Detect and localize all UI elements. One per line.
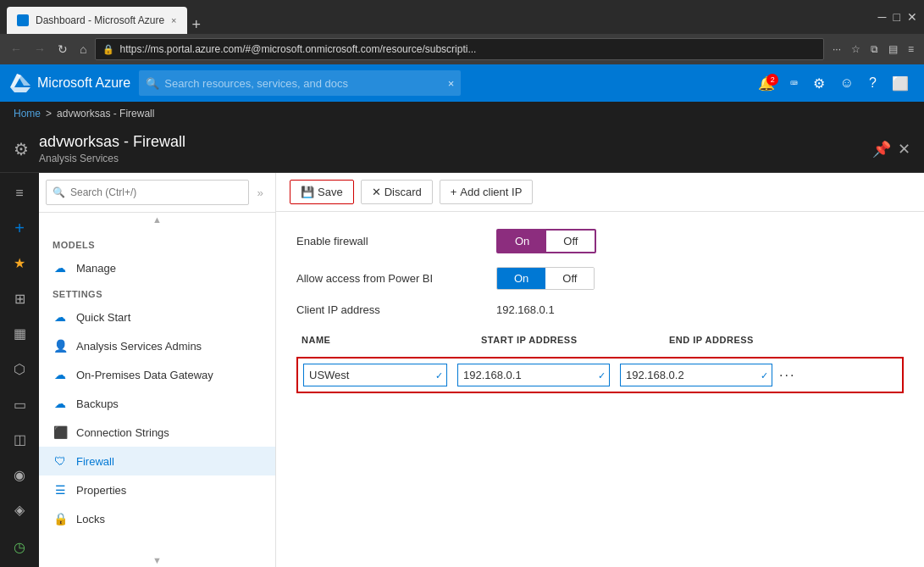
content-toolbar: 💾 Save ✕ Discard + Add client IP (276, 173, 924, 212)
icon-nav: ≡ + ★ ⊞ ▦ ⬡ ▭ ◫ ◉ ◈ ◷ (0, 173, 39, 567)
address-box: 🔒 https://ms.portal.azure.com/#@microsof… (95, 38, 824, 60)
tab-close-button[interactable]: × (171, 15, 176, 25)
feedback-button[interactable]: ⬜ (887, 72, 914, 95)
search-input[interactable] (164, 77, 442, 90)
sidebar-search-container: 🔍 » (39, 173, 275, 213)
admins-icon: 👤 (53, 338, 68, 353)
sidebar-item-connstrings[interactable]: ⬛ Connection Strings (39, 418, 275, 447)
ip-table-row: ✓ ✓ ✓ ··· (296, 357, 904, 393)
home-button[interactable]: ⌂ (76, 39, 90, 59)
page-subtitle: Analysis Services (39, 153, 185, 164)
sidebar-item-backups[interactable]: ☁ Backups (39, 389, 275, 418)
sidebar-search-wrap: 🔍 (46, 180, 249, 205)
nav-advisor-button[interactable]: ◉ (3, 458, 36, 492)
tab-favicon (17, 14, 29, 26)
locks-icon: 🔒 (53, 511, 68, 526)
breadcrumb-sep: > (46, 108, 52, 120)
sidebar-section-settings: SETTINGS (39, 282, 275, 303)
breadcrumb-home-link[interactable]: Home (14, 108, 41, 120)
connstrings-icon: ⬛ (53, 425, 68, 440)
maximize-button[interactable]: □ (894, 10, 900, 24)
enable-firewall-toggle: On Off (496, 229, 596, 253)
breadcrumb-item: advworksas - Firewall (57, 108, 154, 120)
back-button[interactable]: ← (7, 39, 25, 59)
nav-hamburger-button[interactable]: ≡ (3, 176, 36, 210)
add-client-ip-button[interactable]: + Add client IP (440, 180, 534, 204)
nav-resourcegroups-button[interactable]: ⬡ (3, 353, 36, 386)
nav-favorites-button[interactable]: ★ (3, 247, 36, 281)
browser-menu-button[interactable]: ≡ (905, 42, 917, 57)
search-icon: 🔍 (146, 77, 159, 90)
col-name-header: NAME (302, 335, 471, 345)
add-ip-icon: + (451, 186, 457, 198)
row-more-options-button[interactable]: ··· (772, 364, 802, 386)
minimize-button[interactable]: ─ (878, 10, 887, 24)
address-bar-row: ← → ↻ ⌂ 🔒 https://ms.portal.azure.com/#@… (0, 34, 924, 64)
nav-dashboard-button[interactable]: ⊞ (3, 282, 36, 316)
end-ip-input[interactable] (620, 364, 772, 386)
nav-monitor-button[interactable]: ◫ (3, 423, 36, 457)
azure-logo-text: Microsoft Azure (37, 75, 130, 91)
sidebar-item-locks[interactable]: 🔒 Locks (39, 504, 275, 533)
sidebar-item-quickstart[interactable]: ☁ Quick Start (39, 303, 275, 331)
sidebar-item-manage[interactable]: ☁ Manage (39, 253, 275, 282)
bookmark-button[interactable]: ☆ (848, 42, 864, 57)
nav-create-button[interactable]: + (3, 212, 36, 246)
nav-security-button[interactable]: ◈ (3, 493, 36, 527)
firewall-off-button[interactable]: Off (546, 231, 595, 252)
close-panel-button[interactable]: ✕ (898, 140, 910, 158)
new-tab-button[interactable]: + (187, 16, 207, 34)
sidebar-scroll-down[interactable]: ▼ (39, 553, 275, 567)
sidebar-scroll-up[interactable]: ▲ (39, 213, 275, 226)
powerbi-off-button[interactable]: Off (545, 268, 594, 289)
refresh-button[interactable]: ↻ (54, 39, 71, 59)
cloud-shell-button[interactable]: ⌨ (785, 73, 802, 93)
sidebar-item-backups-label: Backups (76, 397, 119, 410)
extensions-button[interactable]: ⧉ (867, 42, 882, 57)
nav-allresources-button[interactable]: ▦ (3, 317, 36, 351)
ellipsis-button[interactable]: ··· (829, 42, 844, 57)
sidebar-item-properties[interactable]: ☰ Properties (39, 475, 275, 504)
breadcrumb: Home > advworksas - Firewall (0, 102, 924, 125)
discard-button[interactable]: ✕ Discard (361, 180, 433, 204)
page-header: ⚙ advworksas - Firewall Analysis Service… (0, 125, 924, 173)
name-input[interactable] (303, 364, 447, 386)
client-ip-row: Client IP address 192.168.0.1 (296, 303, 904, 316)
forward-button[interactable]: → (30, 39, 49, 59)
sidebar-item-gateway[interactable]: ☁ On-Premises Data Gateway (39, 360, 275, 389)
manage-icon: ☁ (53, 260, 68, 275)
azure-search-bar[interactable]: 🔍 × (139, 70, 461, 96)
sidebar-search-input[interactable] (46, 180, 249, 205)
client-ip-label: Client IP address (296, 303, 483, 316)
save-button[interactable]: 💾 Save (290, 180, 354, 204)
sidebar-item-manage-label: Manage (76, 262, 116, 275)
powerbi-on-button[interactable]: On (497, 268, 545, 289)
azure-logo: Microsoft Azure (10, 74, 130, 92)
sidebar-item-firewall[interactable]: 🛡 Firewall (39, 447, 275, 475)
sidebar-item-firewall-label: Firewall (76, 455, 114, 468)
smiley-button[interactable]: ☺ (835, 72, 859, 94)
quickstart-icon: ☁ (53, 309, 68, 325)
notifications-button[interactable]: 🔔 2 (753, 72, 780, 95)
app-window: Dashboard - Microsoft Azure × + ─ □ ✕ ← … (0, 0, 924, 567)
page-header-icon: ⚙ (14, 139, 29, 159)
sidebar-toggle-button[interactable]: ▤ (885, 42, 901, 57)
pin-button[interactable]: 📌 (872, 140, 891, 158)
sidebar-collapse-button[interactable]: » (252, 186, 268, 199)
firewall-on-button[interactable]: On (498, 231, 546, 252)
window-close-button[interactable]: ✕ (907, 10, 917, 24)
help-button[interactable]: ? (864, 72, 882, 94)
active-tab[interactable]: Dashboard - Microsoft Azure × (7, 7, 187, 34)
settings-button[interactable]: ⚙ (808, 72, 830, 95)
sidebar-item-gateway-label: On-Premises Data Gateway (76, 369, 213, 381)
right-section: Home > advworksas - Firewall ⚙ advworksa… (0, 102, 924, 567)
nav-cost-button[interactable]: ◷ (3, 530, 36, 564)
body-area: ≡ + ★ ⊞ ▦ ⬡ ▭ ◫ ◉ ◈ ◷ 🔍 (0, 173, 924, 567)
search-clear-icon[interactable]: × (448, 77, 455, 90)
azure-logo-icon (10, 74, 30, 92)
notifications-badge: 2 (766, 74, 778, 86)
url-text: https://ms.portal.azure.com/#@microsoft.… (119, 43, 816, 55)
sidebar-item-admins[interactable]: 👤 Analysis Services Admins (39, 331, 275, 360)
start-ip-input[interactable] (457, 364, 610, 386)
nav-sql-button[interactable]: ▭ (3, 387, 36, 421)
